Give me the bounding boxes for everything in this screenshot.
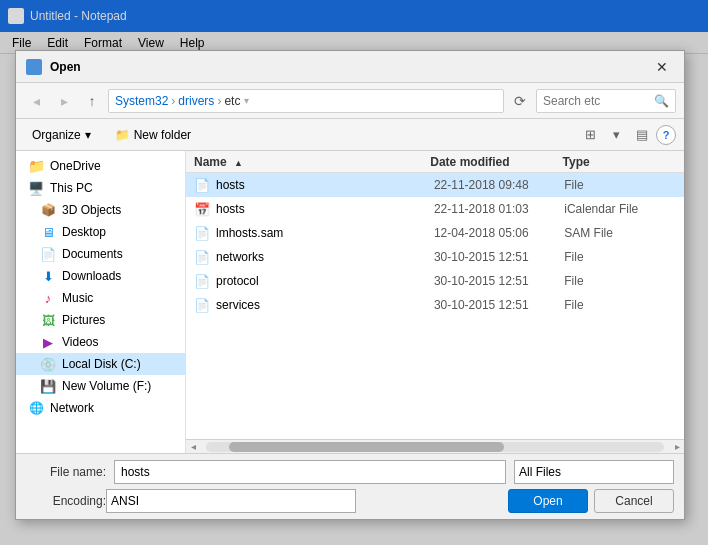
new-folder-icon: 📁 [115,128,130,142]
file-date-lmhosts: 12-04-2018 05:06 [434,226,564,240]
new-folder-button[interactable]: 📁 New folder [107,125,199,145]
file-icon-networks: 📄 [194,249,210,265]
nav-item-desktop[interactable]: 🖥 Desktop [16,221,185,243]
filetype-select[interactable]: All Files Text Files (*.txt) All Files (… [514,460,674,484]
file-type-hosts2: iCalendar File [564,202,676,216]
file-name-hosts1: hosts [216,178,434,192]
horizontal-scrollbar[interactable]: ◂ ▸ [186,439,684,453]
col-header-type[interactable]: Type [563,155,676,169]
nav-item-local-disk-c[interactable]: 💿 Local Disk (C:) [16,353,185,375]
dialog-title: Open [50,60,650,74]
file-name-networks: networks [216,250,434,264]
open-button[interactable]: Open [508,489,588,513]
file-type-hosts1: File [564,178,676,192]
up-button[interactable]: ↑ [80,89,104,113]
encoding-select[interactable]: ANSI UTF-8 UTF-16 LE UTF-16 BE [106,489,356,513]
nav-item-thispc[interactable]: 🖥️ This PC [16,177,185,199]
nav-label-onedrive: OneDrive [50,159,101,173]
filename-input[interactable] [114,460,506,484]
breadcrumb-etc: etc [224,94,240,108]
network-icon: 🌐 [28,400,44,416]
file-icon-hosts1: 📄 [194,177,210,193]
file-date-protocol: 30-10-2015 12:51 [434,274,564,288]
hscroll-left[interactable]: ◂ [186,441,200,452]
nav-item-new-volume-f[interactable]: 💾 New Volume (F:) [16,375,185,397]
file-row[interactable]: 📄 services 30-10-2015 12:51 File [186,293,684,317]
view-list-button[interactable]: ▾ [604,123,628,147]
nav-label-videos: Videos [62,335,98,349]
nav-label-downloads: Downloads [62,269,121,283]
nav-label-thispc: This PC [50,181,93,195]
file-date-hosts1: 22-11-2018 09:48 [434,178,564,192]
onedrive-icon: 📁 [28,158,44,174]
view-icons: ⊞ ▾ ▤ ? [578,123,676,147]
nav-item-pictures[interactable]: 🖼 Pictures [16,309,185,331]
nav-label-network: Network [50,401,94,415]
pane-toggle-button[interactable]: ▤ [630,123,654,147]
new-volume-f-icon: 💾 [40,378,56,394]
nav-label-pictures: Pictures [62,313,105,327]
3dobjects-icon: 📦 [40,202,56,218]
file-name-protocol: protocol [216,274,434,288]
main-content: 📁 OneDrive 🖥️ This PC 📦 3D Objects [16,151,684,453]
search-icon: 🔍 [654,94,669,108]
new-folder-label: New folder [134,128,191,142]
nav-item-documents[interactable]: 📄 Documents [16,243,185,265]
dialog-overlay: Open ✕ ◂ ▸ ↑ System32 › drivers › etc ▾ … [0,0,708,545]
search-box[interactable]: 🔍 [536,89,676,113]
view-grid-button[interactable]: ⊞ [578,123,602,147]
nav-item-downloads[interactable]: ⬇ Downloads [16,265,185,287]
nav-item-3dobjects[interactable]: 📦 3D Objects [16,199,185,221]
file-row[interactable]: 📅 hosts 22-11-2018 01:03 iCalendar File [186,197,684,221]
file-icon-lmhosts: 📄 [194,225,210,241]
dialog-titlebar: Open ✕ [16,51,684,83]
file-type-networks: File [564,250,676,264]
hscroll-track[interactable] [206,442,664,452]
nav-item-music[interactable]: ♪ Music [16,287,185,309]
hscroll-thumb[interactable] [229,442,504,452]
back-button[interactable]: ◂ [24,89,48,113]
nav-label-local-disk-c: Local Disk (C:) [62,357,141,371]
nav-label-desktop: Desktop [62,225,106,239]
downloads-icon: ⬇ [40,268,56,284]
col-header-date[interactable]: Date modified [430,155,562,169]
thispc-icon: 🖥️ [28,180,44,196]
help-button[interactable]: ? [656,125,676,145]
breadcrumb-system32[interactable]: System32 [115,94,168,108]
cancel-button[interactable]: Cancel [594,489,674,513]
file-type-lmhosts: SAM File [564,226,676,240]
forward-button[interactable]: ▸ [52,89,76,113]
breadcrumb-drivers[interactable]: drivers [178,94,214,108]
sep1: › [171,94,175,108]
address-breadcrumb[interactable]: System32 › drivers › etc ▾ [108,89,504,113]
organize-button[interactable]: Organize ▾ [24,125,99,145]
nav-item-network[interactable]: 🌐 Network [16,397,185,419]
nav-item-onedrive[interactable]: 📁 OneDrive [16,155,185,177]
local-disk-c-icon: 💿 [40,356,56,372]
file-date-services: 30-10-2015 12:51 [434,298,564,312]
filename-label: File name: [26,465,106,479]
action-buttons: Open Cancel [508,489,674,513]
nav-item-videos[interactable]: ▶ Videos [16,331,185,353]
hscroll-right[interactable]: ▸ [670,441,684,452]
file-date-networks: 30-10-2015 12:51 [434,250,564,264]
file-row[interactable]: 📄 hosts 22-11-2018 09:48 File [186,173,684,197]
notepad-window: Untitled - Notepad File Edit Format View… [0,0,708,545]
refresh-button[interactable]: ⟳ [508,89,532,113]
address-bar: ◂ ▸ ↑ System32 › drivers › etc ▾ ⟳ 🔍 [16,83,684,119]
col-header-name[interactable]: Name ▲ [194,155,430,169]
file-row[interactable]: 📄 networks 30-10-2015 12:51 File [186,245,684,269]
sort-icon-name: ▲ [234,158,243,168]
organize-label: Organize [32,128,81,142]
dialog-close-button[interactable]: ✕ [650,55,674,79]
file-icon-hosts2: 📅 [194,201,210,217]
dialog-folder-icon [26,59,42,75]
documents-icon: 📄 [40,246,56,262]
file-type-protocol: File [564,274,676,288]
encoding-label: Encoding: [26,494,106,508]
search-input[interactable] [543,94,654,108]
encoding-row: Encoding: ANSI UTF-8 UTF-16 LE UTF-16 BE… [26,489,674,513]
file-row[interactable]: 📄 protocol 30-10-2015 12:51 File [186,269,684,293]
file-row[interactable]: 📄 lmhosts.sam 12-04-2018 05:06 SAM File [186,221,684,245]
file-panel: Name ▲ Date modified Type 📄 hosts 22-11-… [186,151,684,453]
